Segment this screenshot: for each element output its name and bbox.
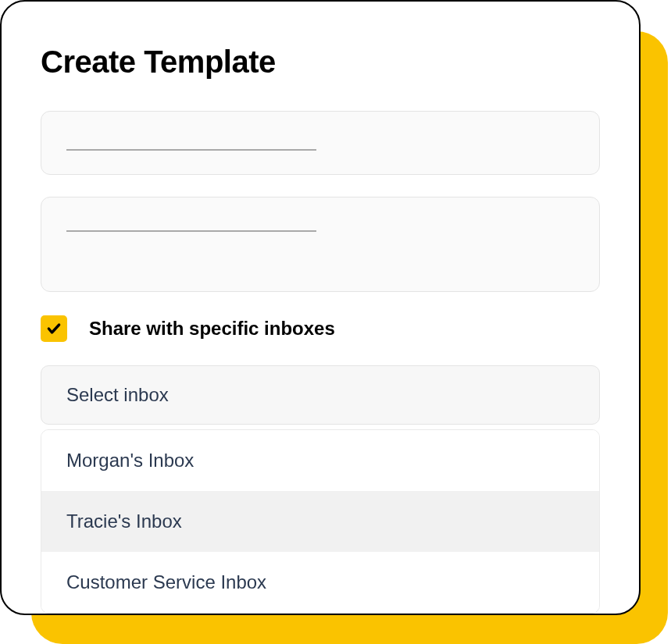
create-template-card: Create Template Share with specific inbo…	[0, 0, 641, 615]
placeholder-line-icon	[66, 230, 316, 232]
inbox-option[interactable]: Tracie's Inbox	[41, 491, 599, 552]
page-title: Create Template	[41, 44, 600, 80]
inbox-select-placeholder: Select inbox	[66, 384, 169, 406]
template-name-input[interactable]	[41, 111, 600, 175]
share-checkbox-row: Share with specific inboxes	[41, 315, 600, 342]
inbox-select[interactable]: Select inbox	[41, 365, 600, 425]
inbox-option-label: Morgan's Inbox	[66, 450, 194, 471]
inbox-option-label: Tracie's Inbox	[66, 511, 182, 532]
share-checkbox[interactable]	[41, 315, 67, 342]
check-icon	[46, 321, 62, 336]
inbox-dropdown: Morgan's Inbox Tracie's Inbox Customer S…	[41, 429, 600, 614]
share-checkbox-label: Share with specific inboxes	[89, 318, 335, 340]
inbox-option-label: Customer Service Inbox	[66, 571, 266, 593]
inbox-option[interactable]: Morgan's Inbox	[41, 430, 599, 491]
template-body-input[interactable]	[41, 197, 600, 292]
placeholder-line-icon	[66, 149, 316, 151]
inbox-option[interactable]: Customer Service Inbox	[41, 552, 599, 613]
